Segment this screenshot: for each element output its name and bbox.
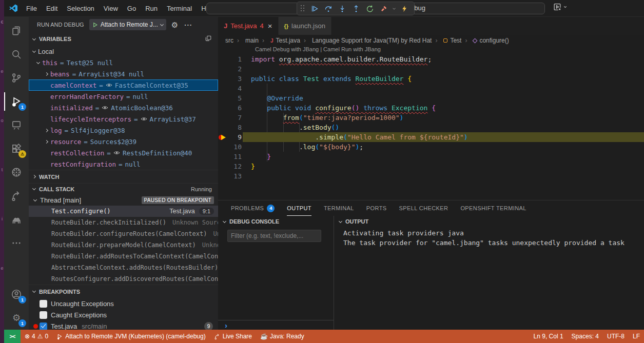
- disconnect-button[interactable]: [378, 3, 390, 15]
- step-out-button[interactable]: [350, 3, 362, 15]
- thread-row[interactable]: Thread [main] PAUSED ON BREAKPOINT: [29, 194, 218, 206]
- stack-frame-row[interactable]: RouteBuilder.addRoutesToCamelContext(Cam…: [29, 251, 218, 262]
- stack-frame-row[interactable]: Test.configure() Test.java 9:1: [29, 206, 218, 217]
- lazy-eval-eye-icon[interactable]: [106, 83, 112, 88]
- panel-tab[interactable]: PORTS: [366, 200, 387, 216]
- problems-status[interactable]: ⊗4 ⚠0: [21, 330, 52, 343]
- variable-row[interactable]: restConfiguration = null: [29, 158, 218, 170]
- variables-section-header[interactable]: VARIABLES: [29, 32, 218, 46]
- breakpoint-gutter[interactable]: [218, 142, 228, 152]
- stack-frame-row[interactable]: RouteBuilder.checkInitialized() Unknown …: [29, 217, 218, 228]
- menu-item[interactable]: Selection: [62, 0, 99, 17]
- breakpoint-gutter[interactable]: [218, 64, 228, 74]
- menu-item[interactable]: Edit: [42, 0, 62, 17]
- variable-row[interactable]: log = Slf4jLogger@38: [29, 125, 218, 136]
- breakpoint-gutter[interactable]: [218, 113, 228, 123]
- breakpoint-gutter[interactable]: [218, 84, 228, 93]
- step-into-button[interactable]: [336, 3, 348, 15]
- menu-item[interactable]: View: [99, 0, 123, 17]
- lazy-eval-eye-icon[interactable]: [102, 105, 108, 110]
- search-icon[interactable]: [4, 43, 29, 66]
- call-stack-section-header[interactable]: CALL STACK Running: [29, 183, 218, 194]
- panel-tab[interactable]: OPENSHIFT TERMINAL: [460, 200, 526, 216]
- debug-repl-input[interactable]: ›: [218, 320, 334, 330]
- debug-console-filter-input[interactable]: [227, 230, 321, 242]
- breakpoint-row[interactable]: Caught Exceptions: [29, 309, 218, 320]
- breakpoint-gutter[interactable]: [218, 123, 228, 132]
- breadcrumb-item[interactable]: Test: [432, 37, 461, 44]
- source-control-icon[interactable]: [4, 66, 29, 90]
- code-editor[interactable]: 1 import org.apache.camel.builder.RouteB…: [218, 54, 644, 181]
- editor-tab[interactable]: {} launch.json: [279, 17, 331, 35]
- breakpoint-gutter[interactable]: [218, 74, 228, 84]
- breadcrumb-item[interactable]: Language Support for Java(TM) by Red Hat: [300, 37, 432, 44]
- encoding-status[interactable]: UTF-8: [603, 330, 629, 343]
- twisty-icon[interactable]: [34, 62, 42, 64]
- variable-row[interactable]: resource = Sources$2@39: [29, 136, 218, 147]
- twisty-icon[interactable]: [42, 73, 50, 75]
- debug-console-header[interactable]: DEBUG CONSOLE: [218, 216, 334, 227]
- breakpoint-row[interactable]: Uncaught Exceptions: [29, 298, 218, 309]
- breakpoint-gutter[interactable]: [218, 132, 228, 142]
- stack-frame-row[interactable]: RouteBuilder.prepareModel(CamelContext) …: [29, 239, 218, 251]
- breakpoint-gutter[interactable]: [218, 54, 228, 64]
- stack-frame-row[interactable]: RoutesConfigurer.addDiscoveredRoutes(Cam…: [29, 273, 218, 285]
- indentation-status[interactable]: Spaces: 4: [568, 330, 603, 343]
- variable-row[interactable]: errorHandlerFactory = null: [29, 91, 218, 102]
- breakpoint-gutter[interactable]: [218, 93, 228, 103]
- panel-tab[interactable]: TERMINAL: [324, 200, 354, 216]
- variable-row[interactable]: beans = ArrayList@34 null: [29, 68, 218, 79]
- breadcrumb-item[interactable]: J Test.java: [259, 37, 300, 44]
- continue-button[interactable]: [308, 3, 321, 15]
- variable-row[interactable]: restCollection = RestsDefinition@40: [29, 147, 218, 158]
- collapse-all-icon[interactable]: [205, 35, 212, 43]
- views-more-actions-icon[interactable]: ···: [184, 21, 192, 29]
- eol-status[interactable]: LF: [629, 330, 644, 343]
- tab-close-icon[interactable]: ×: [268, 22, 272, 30]
- twisty-icon[interactable]: [30, 51, 38, 52]
- breadcrumb-item[interactable]: main: [233, 37, 259, 44]
- twisty-icon[interactable]: [42, 140, 50, 143]
- breakpoint-row[interactable]: Test.java src/main 9: [29, 320, 218, 330]
- restart-button[interactable]: [364, 3, 376, 15]
- variable-row[interactable]: this = Test@25 null: [29, 57, 218, 68]
- twisty-icon[interactable]: [42, 129, 50, 132]
- breakpoint-checkbox[interactable]: [40, 300, 47, 308]
- panel-tab[interactable]: PROBLEMS 4: [231, 200, 275, 216]
- cursor-position-status[interactable]: Ln 9, Col 1: [530, 330, 568, 343]
- menu-item[interactable]: Run: [141, 0, 162, 17]
- menu-item[interactable]: Go: [123, 0, 141, 17]
- live-share-status[interactable]: Live Share: [210, 330, 256, 343]
- lazy-eval-eye-icon[interactable]: [141, 116, 147, 122]
- variable-row[interactable]: camelContext = FastCamelContext@35: [29, 79, 218, 91]
- breakpoints-section-header[interactable]: BREAKPOINTS: [29, 285, 218, 298]
- breakpoint-gutter[interactable]: [218, 162, 228, 171]
- panel-tab[interactable]: OUTPUT: [287, 200, 311, 216]
- breadcrumb-item[interactable]: src: [225, 37, 233, 44]
- remote-indicator[interactable]: ><: [4, 330, 21, 343]
- debug-settings-gear-icon[interactable]: ⚙: [171, 21, 178, 29]
- editor-tab[interactable]: J Test.java 4 ×: [218, 17, 279, 35]
- toolbar-drag-grip-icon[interactable]: [301, 5, 305, 12]
- stack-frame-row[interactable]: AbstractCamelContext.addRoutes(RoutesBui…: [29, 262, 218, 273]
- breakpoint-gutter[interactable]: [218, 152, 228, 162]
- settings-gear-icon[interactable]: ⚙1: [4, 306, 29, 330]
- java-status[interactable]: ☕ Java: Ready: [256, 330, 308, 343]
- extensions-icon[interactable]: ⚠: [4, 137, 29, 160]
- debug-actions-chevron-icon[interactable]: [392, 4, 397, 13]
- more-views-icon[interactable]: [4, 231, 29, 255]
- camel-icon[interactable]: [4, 208, 29, 231]
- panel-tab[interactable]: SPELL CHECKER: [399, 200, 448, 216]
- watch-section-header[interactable]: WATCH: [29, 170, 218, 183]
- breakpoint-checkbox[interactable]: [40, 322, 47, 330]
- breakpoint-gutter[interactable]: [218, 103, 228, 113]
- kubernetes-icon[interactable]: [4, 160, 29, 184]
- stack-frame-row[interactable]: RouteBuilder.configureRoutes(CamelContex…: [29, 228, 218, 239]
- variable-row[interactable]: Local: [29, 46, 218, 57]
- output-header[interactable]: OUTPUT: [334, 216, 644, 227]
- explorer-icon[interactable]: [4, 19, 29, 43]
- breadcrumb-item[interactable]: configure(): [461, 37, 509, 44]
- codelens-actions[interactable]: Camel Debug with JBang | Camel Run with …: [218, 46, 644, 54]
- accounts-icon[interactable]: 1: [4, 283, 29, 306]
- run-or-debug-button[interactable]: [553, 3, 568, 11]
